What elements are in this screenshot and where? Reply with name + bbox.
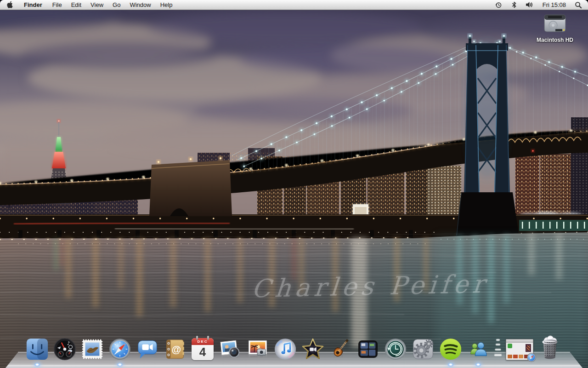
system-preferences-icon: [411, 337, 435, 361]
safari-badge-icon: [526, 352, 537, 362]
dock-item-ichat[interactable]: [136, 337, 159, 361]
garageband-icon: [328, 337, 352, 361]
dock: ♪: [0, 320, 588, 368]
volume-menu-extra[interactable]: [521, 0, 538, 10]
menu-item-help[interactable]: Help: [156, 0, 177, 10]
spotlight-menu-extra[interactable]: [571, 0, 588, 10]
volume-icon: [526, 1, 534, 8]
desktop-screen: Charles Peifer Finder File Edit View Go …: [0, 0, 588, 368]
bluetooth-menu-extra[interactable]: [507, 0, 521, 10]
time-machine-icon: [495, 1, 503, 9]
iphoto-icon: [218, 337, 242, 361]
menu-item-edit[interactable]: Edit: [67, 0, 86, 10]
desktop-icon-label: Macintosh HD: [532, 37, 578, 43]
menu-item-view[interactable]: View: [86, 0, 108, 10]
dock-item-image-capture[interactable]: [246, 337, 270, 361]
dock-item-finder[interactable]: [25, 337, 49, 361]
dock-item-garageband[interactable]: [328, 337, 352, 361]
menu-bar: Finder File Edit View Go Window Help: [0, 0, 588, 10]
menu-item-go[interactable]: Go: [108, 0, 125, 10]
ical-icon: DEC 4: [192, 338, 214, 360]
dock-item-time-machine[interactable]: [384, 337, 407, 361]
menu-item-finder[interactable]: Finder: [19, 0, 48, 10]
dock-item-spaces[interactable]: [356, 337, 380, 361]
dock-item-msn-messenger[interactable]: [466, 337, 490, 361]
separator-dash: [496, 339, 500, 341]
dock-item-spotify[interactable]: [439, 337, 463, 361]
address-book-icon: @: [163, 337, 187, 361]
bluetooth-icon: [511, 1, 517, 9]
dock-item-dashboard[interactable]: ♪: [53, 337, 77, 361]
separator-dash: [495, 349, 501, 351]
safari-icon: [108, 337, 132, 361]
spotlight-icon: [575, 1, 582, 9]
separator-dash: [494, 354, 502, 356]
dock-item-imovie[interactable]: [301, 337, 325, 361]
spaces-icon: [356, 337, 380, 361]
dock-item-system-preferences[interactable]: [411, 337, 435, 361]
dock-item-mail[interactable]: [80, 337, 104, 361]
msn-messenger-icon: [466, 337, 490, 361]
desktop-icon-macintosh-hd[interactable]: Macintosh HD: [532, 13, 578, 43]
dock-item-safari[interactable]: [108, 337, 132, 361]
wallpaper-image: [0, 0, 588, 368]
dock-separator[interactable]: [494, 335, 502, 361]
dock-item-itunes[interactable]: [273, 337, 297, 361]
finder-icon: [25, 337, 49, 361]
dashboard-icon: ♪: [53, 337, 77, 361]
apple-icon: [7, 1, 13, 9]
svg-text:@: @: [172, 344, 181, 355]
hard-drive-icon: [542, 28, 568, 35]
dock-item-trash[interactable]: [537, 334, 563, 361]
time-machine-menu-extra[interactable]: [491, 0, 507, 10]
dock-minimized-safari-window[interactable]: [506, 339, 533, 361]
imovie-icon: [301, 337, 325, 361]
time-machine-dock-icon: [384, 337, 407, 361]
menu-item-window[interactable]: Window: [125, 0, 155, 10]
itunes-icon: [273, 337, 297, 361]
dock-item-ical[interactable]: DEC 4: [191, 337, 215, 361]
image-capture-icon: [246, 337, 270, 361]
ical-month: DEC: [192, 338, 214, 345]
separator-dash: [496, 344, 500, 345]
mail-icon: [80, 337, 104, 361]
ichat-icon: [136, 337, 159, 361]
menu-item-file[interactable]: File: [48, 0, 67, 10]
apple-menu[interactable]: [0, 0, 19, 10]
menu-bar-clock[interactable]: Fri 15:08: [538, 1, 571, 8]
spotify-icon: [439, 337, 463, 361]
ical-day: 4: [192, 345, 214, 359]
bridge-anchorage: [149, 156, 232, 216]
dock-item-iphoto[interactable]: [218, 337, 242, 361]
minimized-window-thumbnail: [506, 339, 533, 360]
trash-full-icon: [537, 355, 563, 362]
dock-item-address-book[interactable]: @: [163, 337, 187, 361]
